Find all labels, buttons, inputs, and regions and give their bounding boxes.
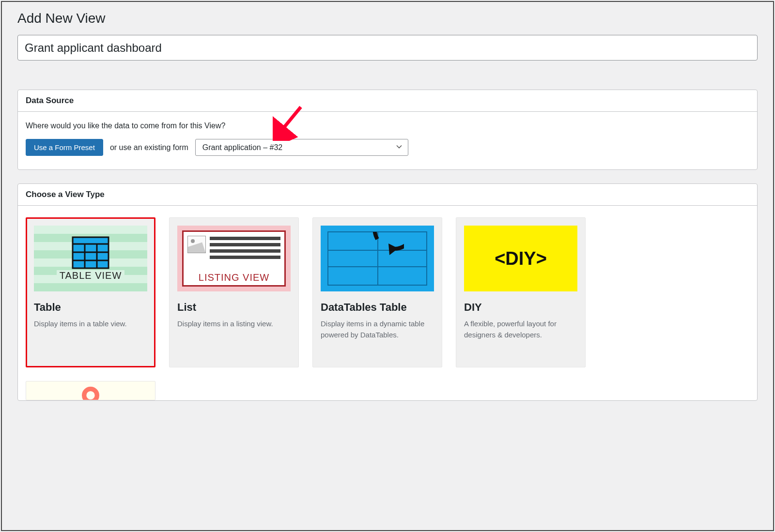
card-title: Table — [34, 301, 147, 314]
svg-point-7 — [84, 389, 97, 401]
table-view-thumb-icon: TABLE VIEW — [34, 226, 147, 291]
view-type-card-table[interactable]: TABLE VIEW Table Display items in a tabl… — [26, 217, 155, 367]
datatables-thumb-icon — [321, 226, 434, 291]
page-title: Add New View — [17, 11, 758, 26]
data-source-panel: Data Source Where would you like the dat… — [17, 90, 758, 170]
card-title: List — [177, 301, 291, 314]
view-type-card-datatables[interactable]: DataTables Table Display items in a dyna… — [312, 217, 442, 367]
view-type-card-partial[interactable] — [26, 381, 155, 400]
thumb-caption: TABLE VIEW — [57, 270, 125, 281]
card-title: DataTables Table — [321, 301, 434, 314]
card-desc: Display items in a dynamic table powered… — [321, 319, 434, 340]
view-type-panel: Choose a View Type TABLE VIEW — [17, 183, 758, 401]
card-title: DIY — [464, 301, 577, 314]
data-source-heading: Data Source — [18, 90, 757, 112]
thumb-caption: LISTING VIEW — [184, 271, 284, 285]
existing-form-select[interactable]: Grant application – #32 — [195, 139, 408, 156]
listing-view-thumb-icon: LISTING VIEW — [177, 226, 291, 291]
view-type-card-diy[interactable]: <DIY> DIY A flexible, powerful layout fo… — [456, 217, 586, 367]
card-desc: Display items in a table view. — [34, 319, 147, 330]
diy-thumb-icon: <DIY> — [464, 226, 577, 291]
thumb-caption: <DIY> — [495, 248, 547, 269]
card-desc: Display items in a listing view. — [177, 319, 291, 330]
data-source-prompt: Where would you like the data to come fr… — [26, 122, 749, 130]
use-form-preset-button[interactable]: Use a Form Preset — [26, 139, 103, 156]
card-desc: A flexible, powerful layout for designer… — [464, 319, 577, 340]
view-type-heading: Choose a View Type — [18, 184, 757, 206]
view-title-input[interactable] — [17, 35, 758, 61]
or-text: or use an existing form — [110, 143, 188, 152]
view-type-card-list[interactable]: LISTING VIEW List Display items in a lis… — [169, 217, 299, 367]
